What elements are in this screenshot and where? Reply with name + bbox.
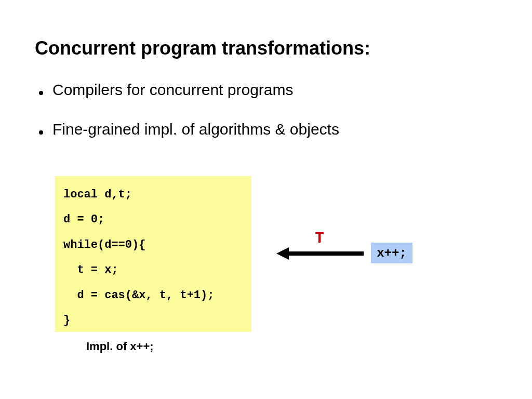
bullet-dot <box>39 91 43 95</box>
bullet-text: Fine-grained impl. of algorithms & objec… <box>52 121 339 138</box>
slide-title: Concurrent program transformations: <box>35 37 370 59</box>
code-line: } <box>63 308 243 333</box>
bullet-text: Compilers for concurrent programs <box>52 81 294 99</box>
bullet-list: Compilers for concurrent programs Fine-g… <box>39 81 339 160</box>
code-line: d = cas(&x, t, t+1); <box>63 283 243 308</box>
code-line: local d,t; <box>63 182 243 207</box>
code-block: local d,t; d = 0; while(d==0){ t = x; d … <box>55 176 251 332</box>
code-caption: Impl. of x++; <box>86 340 154 353</box>
code-line: while(d==0){ <box>63 233 243 258</box>
arrow-label: T <box>315 230 324 247</box>
bullet-item: Fine-grained impl. of algorithms & objec… <box>39 121 339 138</box>
bullet-dot <box>39 130 43 135</box>
transform-arrow: T <box>276 231 365 262</box>
svg-marker-1 <box>276 247 289 260</box>
code-line: d = 0; <box>63 207 243 232</box>
code-line: t = x; <box>63 258 243 283</box>
source-expression-box: x++; <box>371 243 413 263</box>
bullet-item: Compilers for concurrent programs <box>39 81 339 99</box>
arrow-left-icon <box>276 246 365 261</box>
